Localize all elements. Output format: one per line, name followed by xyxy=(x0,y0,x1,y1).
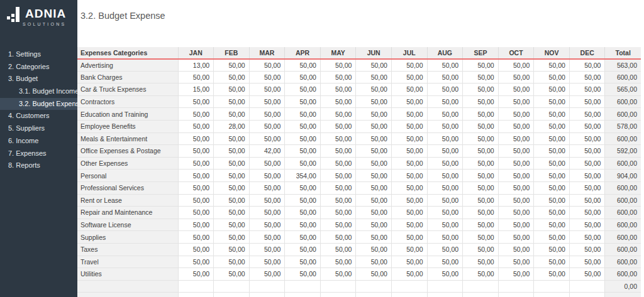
value-cell[interactable] xyxy=(320,280,356,293)
value-cell[interactable]: 50,00 xyxy=(214,268,250,281)
value-cell[interactable]: 50,00 xyxy=(214,181,250,194)
value-cell[interactable] xyxy=(178,280,214,293)
sidebar-item-3-1-budget-income[interactable]: 3.1. Budget Income xyxy=(0,85,77,98)
value-cell[interactable]: 50,00 xyxy=(391,132,427,145)
sidebar-item-2-categories[interactable]: 2. Categories xyxy=(0,61,77,73)
value-cell[interactable]: 50,00 xyxy=(569,84,605,96)
value-cell[interactable]: 50,00 xyxy=(391,243,427,256)
value-cell[interactable]: 50,00 xyxy=(569,243,605,256)
value-cell[interactable]: 50,00 xyxy=(463,120,499,132)
value-cell[interactable]: 50,00 xyxy=(427,268,463,281)
value-cell[interactable]: 50,00 xyxy=(356,84,392,96)
category-cell[interactable]: Advertising xyxy=(77,59,178,72)
value-cell[interactable] xyxy=(498,293,534,297)
value-cell[interactable]: 50,00 xyxy=(463,59,499,72)
value-cell[interactable]: 50,00 xyxy=(463,157,499,170)
value-cell[interactable]: 50,00 xyxy=(285,157,321,170)
value-cell[interactable]: 50,00 xyxy=(498,194,534,207)
value-cell[interactable]: 50,00 xyxy=(320,256,356,268)
value-cell[interactable] xyxy=(249,293,285,297)
value-cell[interactable]: 50,00 xyxy=(320,181,356,194)
value-cell[interactable] xyxy=(391,280,427,293)
category-cell[interactable]: Other Expenses xyxy=(77,157,178,170)
value-cell[interactable]: 50,00 xyxy=(320,71,356,84)
value-cell[interactable]: 50,00 xyxy=(498,59,534,72)
value-cell[interactable] xyxy=(356,293,392,297)
value-cell[interactable]: 50,00 xyxy=(320,231,356,244)
value-cell[interactable]: 50,00 xyxy=(356,219,392,231)
value-cell[interactable]: 50,00 xyxy=(427,59,463,72)
value-cell[interactable]: 50,00 xyxy=(534,120,570,132)
category-cell[interactable]: Personal xyxy=(77,170,178,182)
value-cell[interactable]: 50,00 xyxy=(214,170,250,182)
value-cell[interactable]: 50,00 xyxy=(391,231,427,244)
value-cell[interactable]: 50,00 xyxy=(178,95,214,108)
value-cell[interactable]: 50,00 xyxy=(320,157,356,170)
value-cell[interactable] xyxy=(569,293,605,297)
value-cell[interactable]: 50,00 xyxy=(427,256,463,268)
value-cell[interactable]: 50,00 xyxy=(320,132,356,145)
value-cell[interactable]: 50,00 xyxy=(534,59,570,72)
value-cell[interactable]: 50,00 xyxy=(178,181,214,194)
value-cell[interactable]: 50,00 xyxy=(534,145,570,158)
value-cell[interactable]: 50,00 xyxy=(463,194,499,207)
category-cell[interactable]: Utilities xyxy=(77,268,178,281)
value-cell[interactable]: 50,00 xyxy=(214,71,250,84)
value-cell[interactable]: 50,00 xyxy=(285,219,321,231)
value-cell[interactable]: 50,00 xyxy=(569,231,605,244)
value-cell[interactable]: 50,00 xyxy=(391,256,427,268)
value-cell[interactable]: 50,00 xyxy=(285,120,321,132)
value-cell[interactable]: 50,00 xyxy=(320,95,356,108)
value-cell[interactable]: 50,00 xyxy=(463,243,499,256)
value-cell[interactable]: 50,00 xyxy=(285,132,321,145)
sidebar-item-3-budget[interactable]: 3. Budget xyxy=(0,73,77,85)
value-cell[interactable]: 50,00 xyxy=(391,268,427,281)
category-cell[interactable]: Education and Training xyxy=(77,108,178,121)
value-cell[interactable]: 50,00 xyxy=(391,108,427,121)
value-cell[interactable]: 50,00 xyxy=(463,145,499,158)
value-cell[interactable] xyxy=(178,293,214,297)
value-cell[interactable]: 50,00 xyxy=(534,194,570,207)
value-cell[interactable]: 50,00 xyxy=(214,95,250,108)
value-cell[interactable]: 50,00 xyxy=(427,145,463,158)
value-cell[interactable]: 50,00 xyxy=(569,120,605,132)
value-cell[interactable]: 50,00 xyxy=(320,120,356,132)
value-cell[interactable]: 50,00 xyxy=(356,268,392,281)
value-cell[interactable]: 50,00 xyxy=(463,219,499,231)
value-cell[interactable]: 50,00 xyxy=(249,71,285,84)
value-cell[interactable]: 50,00 xyxy=(463,108,499,121)
value-cell[interactable]: 50,00 xyxy=(249,231,285,244)
value-cell[interactable]: 50,00 xyxy=(320,108,356,121)
category-cell[interactable]: Employee Benefits xyxy=(77,120,178,132)
value-cell[interactable]: 50,00 xyxy=(249,120,285,132)
value-cell[interactable]: 50,00 xyxy=(498,170,534,182)
category-cell[interactable]: Office Expenses & Postage xyxy=(77,145,178,158)
value-cell[interactable]: 50,00 xyxy=(427,108,463,121)
value-cell[interactable]: 50,00 xyxy=(356,157,392,170)
value-cell[interactable]: 50,00 xyxy=(391,59,427,72)
value-cell[interactable]: 50,00 xyxy=(214,145,250,158)
value-cell[interactable]: 50,00 xyxy=(214,243,250,256)
value-cell[interactable]: 50,00 xyxy=(463,207,499,219)
value-cell[interactable]: 50,00 xyxy=(249,194,285,207)
value-cell[interactable]: 50,00 xyxy=(427,181,463,194)
value-cell[interactable]: 50,00 xyxy=(178,170,214,182)
value-cell[interactable]: 50,00 xyxy=(249,108,285,121)
category-cell[interactable] xyxy=(77,280,178,293)
value-cell[interactable]: 50,00 xyxy=(320,268,356,281)
value-cell[interactable]: 50,00 xyxy=(427,95,463,108)
value-cell[interactable]: 50,00 xyxy=(320,59,356,72)
value-cell[interactable]: 50,00 xyxy=(320,84,356,96)
value-cell[interactable]: 50,00 xyxy=(391,181,427,194)
value-cell[interactable]: 50,00 xyxy=(356,231,392,244)
sidebar-item-4-customers[interactable]: 4. Customers xyxy=(0,110,77,122)
category-cell[interactable]: Taxes xyxy=(77,243,178,256)
value-cell[interactable]: 50,00 xyxy=(463,71,499,84)
value-cell[interactable]: 50,00 xyxy=(214,256,250,268)
value-cell[interactable]: 50,00 xyxy=(391,170,427,182)
value-cell[interactable]: 50,00 xyxy=(285,95,321,108)
value-cell[interactable]: 50,00 xyxy=(249,132,285,145)
value-cell[interactable]: 50,00 xyxy=(463,132,499,145)
value-cell[interactable]: 50,00 xyxy=(534,231,570,244)
category-cell[interactable]: Supplies xyxy=(77,231,178,244)
